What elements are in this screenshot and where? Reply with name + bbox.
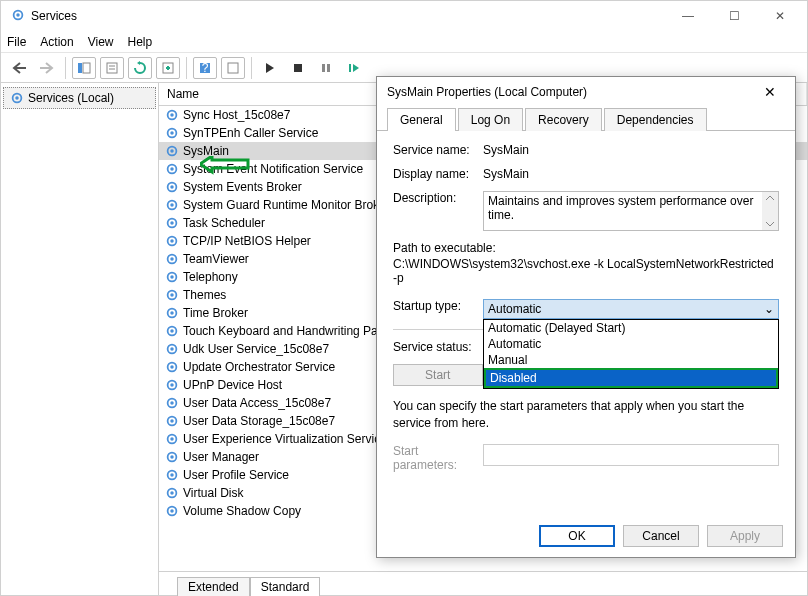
startup-type-select[interactable]: Automatic ⌄ (483, 299, 779, 319)
startup-selected-value: Automatic (488, 302, 541, 316)
gear-icon (165, 126, 179, 140)
svg-rect-14 (349, 64, 351, 72)
tree-pane: Services (Local) (1, 83, 159, 595)
tab-standard[interactable]: Standard (250, 577, 321, 596)
startup-option[interactable]: Disabled (484, 368, 778, 388)
svg-rect-3 (83, 63, 90, 73)
service-name-label: User Data Storage_15c08e7 (183, 414, 335, 428)
properties-button[interactable] (100, 57, 124, 79)
label-path: Path to executable: (393, 241, 496, 255)
svg-point-16 (15, 96, 19, 100)
value-description: Maintains and improves system performanc… (488, 194, 753, 222)
gear-icon (165, 486, 179, 500)
svg-point-48 (170, 383, 174, 387)
service-name-label: TeamViewer (183, 252, 249, 266)
svg-point-56 (170, 455, 174, 459)
startup-option[interactable]: Manual (484, 352, 778, 368)
show-hide-tree-button[interactable] (72, 57, 96, 79)
minimize-button[interactable]: — (665, 1, 711, 31)
gear-icon (165, 198, 179, 212)
tree-root[interactable]: Services (Local) (3, 87, 156, 109)
gear-icon (165, 468, 179, 482)
service-name-label: UPnP Device Host (183, 378, 282, 392)
startup-option[interactable]: Automatic (484, 336, 778, 352)
svg-point-36 (170, 275, 174, 279)
app-icon (11, 8, 25, 25)
svg-point-62 (170, 509, 174, 513)
value-path: C:\WINDOWS\system32\svchost.exe -k Local… (393, 257, 779, 285)
startup-option[interactable]: Automatic (Delayed Start) (484, 320, 778, 336)
service-name-label: Update Orchestrator Service (183, 360, 335, 374)
gear-icon (165, 234, 179, 248)
dialog-tabs: General Log On Recovery Dependencies (377, 107, 795, 131)
label-startup: Startup type: (393, 299, 483, 313)
svg-point-20 (170, 131, 174, 135)
label-display-name: Display name: (393, 167, 483, 181)
gear-icon (165, 342, 179, 356)
apply-button[interactable]: Apply (707, 525, 783, 547)
svg-rect-12 (322, 64, 325, 72)
service-name-label: Themes (183, 288, 226, 302)
dialog-titlebar: SysMain Properties (Local Computer) ✕ (377, 77, 795, 107)
menubar: File Action View Help (1, 31, 807, 53)
gear-icon (165, 396, 179, 410)
service-name-label: System Events Broker (183, 180, 302, 194)
start-button[interactable]: Start (393, 364, 483, 386)
refresh-button[interactable] (128, 57, 152, 79)
svg-point-44 (170, 347, 174, 351)
gear-icon (165, 450, 179, 464)
tab-general[interactable]: General (387, 108, 456, 131)
service-name-label: Udk User Service_15c08e7 (183, 342, 329, 356)
footer-tabs: Extended Standard (159, 571, 807, 595)
svg-point-38 (170, 293, 174, 297)
menu-action[interactable]: Action (40, 35, 73, 49)
console-tree-button[interactable] (221, 57, 245, 79)
service-name-label: User Data Access_15c08e7 (183, 396, 331, 410)
tab-dependencies[interactable]: Dependencies (604, 108, 707, 131)
close-button[interactable]: ✕ (757, 1, 803, 31)
menu-view[interactable]: View (88, 35, 114, 49)
help-button[interactable]: ? (193, 57, 217, 79)
gear-icon (165, 504, 179, 518)
svg-point-26 (170, 185, 174, 189)
dialog-close-button[interactable]: ✕ (755, 77, 785, 107)
tab-recovery[interactable]: Recovery (525, 108, 602, 131)
menu-help[interactable]: Help (128, 35, 153, 49)
service-name-label: User Experience Virtualization Service (183, 432, 387, 446)
play-icon[interactable] (258, 57, 282, 79)
svg-point-1 (16, 13, 20, 17)
callout-arrow-icon (200, 156, 250, 176)
tab-logon[interactable]: Log On (458, 108, 523, 131)
svg-point-46 (170, 365, 174, 369)
service-name-label: SynTPEnh Caller Service (183, 126, 318, 140)
menu-file[interactable]: File (7, 35, 26, 49)
hint-text: You can specify the start parameters tha… (393, 398, 779, 432)
gear-icon (165, 108, 179, 122)
gear-icon (165, 414, 179, 428)
svg-point-52 (170, 419, 174, 423)
start-params-input[interactable] (483, 444, 779, 466)
svg-text:?: ? (202, 61, 209, 75)
ok-button[interactable]: OK (539, 525, 615, 547)
export-button[interactable] (156, 57, 180, 79)
stop-icon[interactable] (286, 57, 310, 79)
tab-extended[interactable]: Extended (177, 577, 250, 596)
pause-icon[interactable] (314, 57, 338, 79)
service-name-label: Sync Host_15c08e7 (183, 108, 290, 122)
service-name-label: TCP/IP NetBIOS Helper (183, 234, 311, 248)
maximize-button[interactable]: ☐ (711, 1, 757, 31)
description-scrollbar[interactable] (762, 192, 778, 230)
description-box: Maintains and improves system performanc… (483, 191, 779, 231)
svg-point-32 (170, 239, 174, 243)
gear-icon (165, 288, 179, 302)
restart-icon[interactable] (342, 57, 366, 79)
gear-icon (165, 432, 179, 446)
cancel-button[interactable]: Cancel (623, 525, 699, 547)
startup-dropdown[interactable]: Automatic (Delayed Start)AutomaticManual… (483, 319, 779, 389)
forward-button[interactable] (35, 57, 59, 79)
label-start-params: Start parameters: (393, 444, 483, 472)
back-button[interactable] (7, 57, 31, 79)
svg-point-50 (170, 401, 174, 405)
service-name-label: Task Scheduler (183, 216, 265, 230)
gear-icon (165, 270, 179, 284)
